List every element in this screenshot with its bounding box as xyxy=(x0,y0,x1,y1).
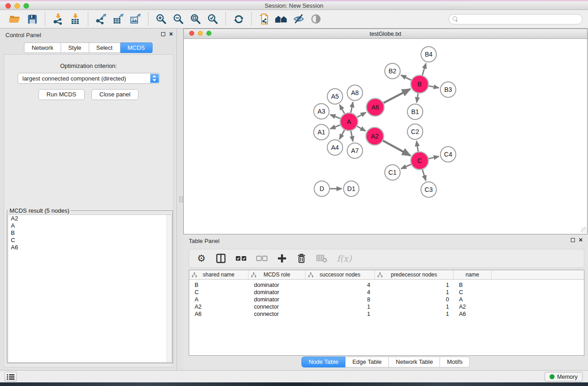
task-history-button[interactable] xyxy=(5,372,17,381)
table-row[interactable]: Cdominator41C xyxy=(189,289,584,296)
delete-table-icon[interactable] xyxy=(316,253,328,264)
column-header-MCDS-role[interactable]: MCDS role xyxy=(249,270,306,279)
zoom-network-window-button[interactable] xyxy=(206,31,211,36)
result-list-scrollbar[interactable] xyxy=(167,215,172,362)
edge-A-A7[interactable] xyxy=(351,131,353,141)
network-canvas[interactable]: B4B2BB3A8A5A6A3B1AC2A1A2A4A7C4CC1DD1C3 xyxy=(184,39,587,234)
show-graphics-details-button[interactable] xyxy=(308,12,324,26)
table-settings-gear-icon[interactable]: ⚙ xyxy=(196,253,206,264)
import-table-button[interactable] xyxy=(67,12,83,26)
edge-A-A4[interactable] xyxy=(339,130,344,139)
mcds-result-item[interactable]: C xyxy=(8,237,172,244)
mcds-result-item[interactable]: A xyxy=(8,222,172,229)
mcds-result-list[interactable]: A2ABCA6 xyxy=(8,214,172,362)
import-network-button[interactable] xyxy=(50,12,66,26)
home-layout-button[interactable] xyxy=(274,12,289,26)
cell-MCDS-role[interactable]: dominator xyxy=(249,296,306,303)
cell-successor-nodes[interactable]: 4 xyxy=(306,281,375,289)
edge-B-B3[interactable] xyxy=(429,86,439,88)
table-row[interactable]: Bdominator41B xyxy=(189,281,584,289)
deselect-all-rows-icon[interactable] xyxy=(256,253,268,264)
run-mcds-button[interactable]: Run MCDS xyxy=(38,89,85,100)
cell-MCDS-role[interactable]: dominator xyxy=(249,281,306,289)
zoom-selected-button[interactable] xyxy=(205,12,220,26)
export-network-button[interactable] xyxy=(93,12,109,26)
window-resize-grip[interactable] xyxy=(581,227,587,233)
close-network-window-button[interactable] xyxy=(189,31,194,36)
export-image-button[interactable] xyxy=(128,12,143,26)
cell-name[interactable]: A2 xyxy=(454,303,492,310)
edge-A-A5[interactable] xyxy=(339,105,344,114)
show-column-panel-icon[interactable] xyxy=(215,253,226,264)
create-column-plus-icon[interactable] xyxy=(277,253,287,264)
refresh-layout-button[interactable] xyxy=(231,12,246,26)
zoom-fit-button[interactable] xyxy=(188,12,203,26)
cell-name[interactable]: C xyxy=(454,289,492,296)
close-table-panel-icon[interactable]: × xyxy=(579,238,583,243)
cell-predecessor-nodes[interactable]: 1 xyxy=(375,289,454,296)
edge-A-A1[interactable] xyxy=(330,125,340,129)
cell-name[interactable]: A6 xyxy=(454,310,492,318)
tab-network[interactable]: Network xyxy=(24,43,61,53)
tab-network-table[interactable]: Network Table xyxy=(389,357,440,367)
cell-name[interactable]: A xyxy=(454,296,492,303)
float-panel-icon[interactable] xyxy=(161,32,165,36)
network-window-titlebar[interactable]: testGlobe.txt xyxy=(184,29,587,39)
cell-successor-nodes[interactable]: 1 xyxy=(306,303,375,310)
edge-C-C3[interactable] xyxy=(422,170,426,181)
edge-A-A2[interactable] xyxy=(357,126,366,131)
zoom-in-button[interactable] xyxy=(153,12,169,26)
optimization-dropdown[interactable]: largest connected component (directed) xyxy=(18,73,160,84)
cell-predecessor-nodes[interactable]: 0 xyxy=(375,296,454,303)
mcds-result-item[interactable]: A6 xyxy=(8,244,172,251)
float-table-panel-icon[interactable] xyxy=(571,238,575,242)
memory-button[interactable]: Memory xyxy=(545,372,583,381)
edge-C-C2[interactable] xyxy=(416,141,418,152)
edge-A-A8[interactable] xyxy=(351,102,353,113)
tab-style[interactable]: Style xyxy=(61,43,89,53)
close-panel-icon[interactable]: × xyxy=(169,32,173,37)
cell-predecessor-nodes[interactable]: 1 xyxy=(375,310,454,318)
column-header-shared-name[interactable]: shared name xyxy=(189,270,249,279)
edge-C-C1[interactable] xyxy=(401,164,411,169)
table-row[interactable]: A6connector11A6 xyxy=(189,310,584,318)
export-table-button[interactable] xyxy=(110,12,126,26)
cell-shared-name[interactable]: A2 xyxy=(189,303,249,310)
zoom-window-button[interactable] xyxy=(24,3,29,9)
table-row[interactable]: Adominator80A xyxy=(189,296,584,303)
edge-A-A6[interactable] xyxy=(357,112,366,117)
cell-MCDS-role[interactable]: connector xyxy=(249,310,306,318)
cell-shared-name[interactable]: C xyxy=(189,289,249,296)
save-session-button[interactable] xyxy=(24,12,40,26)
cell-name[interactable]: B xyxy=(454,281,492,289)
network-from-file-button[interactable] xyxy=(257,12,272,26)
panel-divider-handle[interactable] xyxy=(179,196,183,202)
mcds-result-item[interactable]: A2 xyxy=(8,215,172,222)
cell-MCDS-role[interactable]: connector xyxy=(249,303,306,310)
tab-edge-table[interactable]: Edge Table xyxy=(345,357,389,367)
tab-select[interactable]: Select xyxy=(89,43,120,53)
cell-successor-nodes[interactable]: 1 xyxy=(306,310,375,318)
tab-node-table[interactable]: Node Table xyxy=(301,357,346,367)
tab-motifs[interactable]: Motifs xyxy=(440,357,470,367)
column-header-predecessor-nodes[interactable]: predecessor nodes xyxy=(375,270,454,279)
cell-shared-name[interactable]: A6 xyxy=(189,310,249,318)
cell-shared-name[interactable]: B xyxy=(189,281,249,289)
cell-predecessor-nodes[interactable]: 1 xyxy=(375,281,454,289)
table-row[interactable]: A2connector11A2 xyxy=(189,303,584,310)
close-window-button[interactable] xyxy=(5,3,11,9)
tab-mcds[interactable]: MCDS xyxy=(120,43,153,53)
minimize-window-button[interactable] xyxy=(14,3,20,9)
cell-successor-nodes[interactable]: 4 xyxy=(306,289,375,296)
search-input[interactable] xyxy=(460,15,582,24)
column-header-name[interactable]: name xyxy=(454,270,492,279)
edge-A-A3[interactable] xyxy=(330,114,340,118)
edge-B-B4[interactable] xyxy=(422,63,426,75)
delete-column-trash-icon[interactable] xyxy=(296,253,307,264)
mcds-result-item[interactable]: B xyxy=(8,229,172,237)
minimize-network-window-button[interactable] xyxy=(198,31,203,36)
edge-B-B2[interactable] xyxy=(401,75,411,80)
column-header-successor-nodes[interactable]: successor nodes xyxy=(306,270,375,279)
edge-C-C4[interactable] xyxy=(429,157,439,159)
close-panel-button[interactable]: Close panel xyxy=(91,89,139,100)
